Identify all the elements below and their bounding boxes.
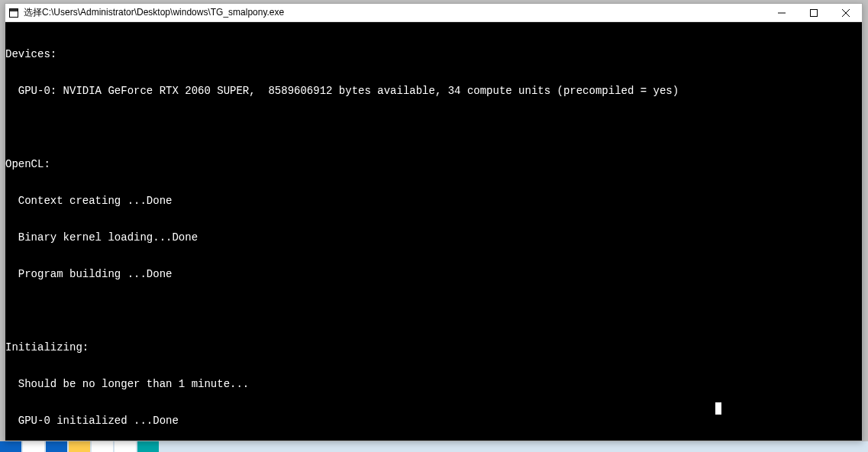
app-icon [5,5,22,21]
console-line: Should be no longer than 1 minute... [5,378,862,390]
console-window: 选择C:\Users\Administrator\Desktop\windows… [5,3,863,441]
titlebar[interactable]: 选择C:\Users\Administrator\Desktop\windows… [5,4,862,22]
console-line [5,305,862,317]
console-line: GPU-0: NVIDIA GeForce RTX 2060 SUPER, 85… [5,85,862,97]
taskbar-item-5[interactable] [92,441,113,452]
console-line: Binary kernel loading...Done [5,231,862,244]
console-line: Devices: [5,48,862,60]
taskbar [0,441,868,452]
close-icon [842,9,850,17]
console-line [5,121,862,134]
taskbar-item-6[interactable] [115,441,136,452]
maximize-icon [810,9,818,17]
console-line: Initializing: [5,341,862,354]
taskbar-item-2[interactable] [23,441,44,452]
console-line: GPU-0 initialized ...Done [5,415,862,427]
window-controls [766,4,862,22]
taskbar-item-1[interactable] [0,441,21,452]
window-title: 选择C:\Users\Administrator\Desktop\windows… [22,6,766,19]
taskbar-item-3[interactable] [46,441,67,452]
taskbar-item-4[interactable] [69,441,90,452]
taskbar-item-7[interactable] [137,441,159,452]
console-line: Context creating ...Done [5,195,862,207]
svg-rect-4 [811,9,818,16]
maximize-button[interactable] [798,4,830,22]
console-line: Program building ...Done [5,268,862,280]
console-line: OpenCL: [5,158,862,170]
minimize-button[interactable] [766,4,798,22]
text-cursor [715,402,721,415]
svg-rect-2 [10,9,18,11]
close-button[interactable] [830,4,862,22]
taskbar-icons [0,441,868,452]
minimize-icon [778,9,786,17]
console-output[interactable]: Devices: GPU-0: NVIDIA GeForce RTX 2060 … [5,22,862,441]
